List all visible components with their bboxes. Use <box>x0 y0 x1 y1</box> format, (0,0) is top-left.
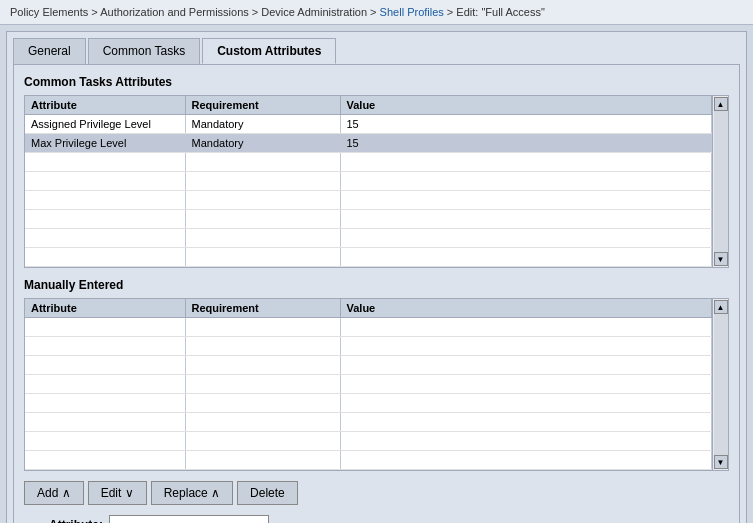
common-tasks-table: Attribute Requirement Value Assigned Pri… <box>25 96 712 267</box>
attribute-form-row: Attribute: <box>24 515 729 523</box>
empty-row <box>25 191 712 210</box>
breadcrumb: Policy Elements > Authorization and Perm… <box>0 0 753 25</box>
common-tasks-section: Common Tasks Attributes Attribute Requir… <box>24 75 729 268</box>
empty-row <box>25 153 712 172</box>
manually-entered-scrollbar[interactable]: ▲ ▼ <box>712 299 728 470</box>
tab-custom-attributes[interactable]: Custom Attributes <box>202 38 336 64</box>
manually-entered-table: Attribute Requirement Value <box>25 299 712 470</box>
empty-row <box>25 413 712 432</box>
tab-common-tasks[interactable]: Common Tasks <box>88 38 200 64</box>
row-requirement: Mandatory <box>185 115 340 134</box>
row-attribute: Assigned Privilege Level <box>25 115 185 134</box>
empty-row <box>25 337 712 356</box>
add-button[interactable]: Add ∧ <box>24 481 84 505</box>
col-header-value2: Value <box>340 299 712 318</box>
action-buttons: Add ∧ Edit ∨ Replace ∧ Delete <box>24 481 729 505</box>
table-row[interactable]: Assigned Privilege Level Mandatory 15 <box>25 115 712 134</box>
manually-entered-table-wrapper: Attribute Requirement Value <box>24 298 729 471</box>
empty-row <box>25 229 712 248</box>
shell-profiles-link[interactable]: Shell Profiles <box>380 6 444 18</box>
empty-row <box>25 248 712 267</box>
col-header-requirement2: Requirement <box>185 299 340 318</box>
attribute-label: Attribute: <box>24 518 109 523</box>
tab-content: Common Tasks Attributes Attribute Requir… <box>13 64 740 523</box>
tab-general[interactable]: General <box>13 38 86 64</box>
breadcrumb-text: Policy Elements > Authorization and Perm… <box>10 6 380 18</box>
row-value: 15 <box>340 134 712 153</box>
scroll-down-btn2[interactable]: ▼ <box>714 455 728 469</box>
edit-button[interactable]: Edit ∨ <box>88 481 147 505</box>
scroll-up-btn[interactable]: ▲ <box>714 97 728 111</box>
replace-button[interactable]: Replace ∧ <box>151 481 233 505</box>
scroll-track2 <box>714 314 728 455</box>
row-value: 15 <box>340 115 712 134</box>
manually-entered-title: Manually Entered <box>24 278 729 292</box>
scroll-track <box>714 111 728 252</box>
scroll-up-btn2[interactable]: ▲ <box>714 300 728 314</box>
col-header-requirement: Requirement <box>185 96 340 115</box>
delete-button[interactable]: Delete <box>237 481 298 505</box>
manually-entered-table-inner: Attribute Requirement Value <box>25 299 712 470</box>
empty-row <box>25 210 712 229</box>
tabs-bar: General Common Tasks Custom Attributes <box>13 38 740 64</box>
col-header-attribute: Attribute <box>25 96 185 115</box>
attribute-input[interactable] <box>109 515 269 523</box>
common-tasks-table-wrapper: Attribute Requirement Value Assigned Pri… <box>24 95 729 268</box>
empty-row <box>25 451 712 470</box>
breadcrumb-tail: > Edit: "Full Access" <box>444 6 545 18</box>
empty-row <box>25 356 712 375</box>
col-header-attribute2: Attribute <box>25 299 185 318</box>
table-row[interactable]: Max Privilege Level Mandatory 15 <box>25 134 712 153</box>
common-tasks-title: Common Tasks Attributes <box>24 75 729 89</box>
col-header-value: Value <box>340 96 712 115</box>
empty-row <box>25 172 712 191</box>
empty-row <box>25 375 712 394</box>
common-tasks-scrollbar[interactable]: ▲ ▼ <box>712 96 728 267</box>
scroll-down-btn[interactable]: ▼ <box>714 252 728 266</box>
common-tasks-table-inner: Attribute Requirement Value Assigned Pri… <box>25 96 712 267</box>
row-attribute: Max Privilege Level <box>25 134 185 153</box>
empty-row <box>25 432 712 451</box>
empty-row <box>25 394 712 413</box>
manually-entered-section: Manually Entered Attribute Requirement V… <box>24 278 729 471</box>
main-container: General Common Tasks Custom Attributes C… <box>6 31 747 523</box>
empty-row <box>25 318 712 337</box>
row-requirement: Mandatory <box>185 134 340 153</box>
